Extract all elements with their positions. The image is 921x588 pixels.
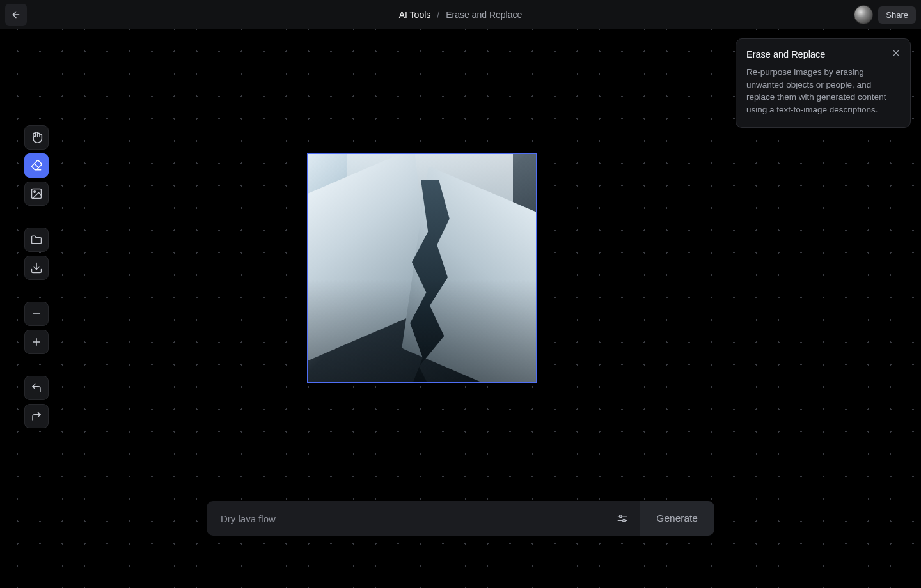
redo-tool[interactable]: [24, 404, 49, 428]
info-panel: Erase and Replace Re-purpose images by e…: [736, 38, 911, 128]
erase-tool[interactable]: [24, 153, 49, 178]
image-tool[interactable]: [24, 182, 49, 206]
image-icon: [30, 187, 43, 200]
zoom-in-tool[interactable]: [24, 330, 49, 354]
breadcrumb-separator: /: [437, 10, 439, 20]
svg-line-1: [35, 164, 39, 168]
plus-icon: [31, 336, 42, 348]
share-button[interactable]: Share: [878, 6, 916, 24]
folder-icon: [30, 233, 43, 246]
undo-tool[interactable]: [24, 376, 49, 400]
minus-icon: [31, 308, 42, 320]
eraser-icon: [30, 159, 43, 172]
generate-button[interactable]: Generate: [640, 501, 714, 536]
breadcrumb-leaf: Erase and Replace: [446, 10, 522, 20]
svg-point-13: [623, 520, 626, 522]
close-info-button[interactable]: [890, 47, 902, 59]
avatar[interactable]: [854, 5, 873, 24]
breadcrumb-root[interactable]: AI Tools: [399, 10, 431, 20]
image-shade: [308, 154, 536, 382]
info-panel-title: Erase and Replace: [746, 49, 900, 59]
pan-tool[interactable]: [24, 125, 49, 150]
svg-point-11: [620, 515, 622, 518]
zoom-out-tool[interactable]: [24, 302, 49, 326]
download-tool[interactable]: [24, 256, 49, 280]
canvas-image[interactable]: [307, 153, 537, 383]
undo-icon: [31, 382, 42, 394]
arrow-left-icon: [11, 10, 21, 20]
info-panel-description: Re-purpose images by erasing unwanted ob…: [746, 66, 900, 116]
download-icon: [30, 261, 43, 274]
left-toolbar: [24, 125, 49, 428]
redo-icon: [31, 410, 42, 422]
prompt-settings-button[interactable]: [609, 505, 636, 532]
close-icon: [892, 49, 901, 58]
app-header: AI Tools / Erase and Replace Share: [0, 0, 921, 29]
prompt-bar: Generate: [207, 501, 714, 536]
svg-point-3: [34, 191, 36, 193]
sliders-icon: [616, 512, 629, 525]
breadcrumb: AI Tools / Erase and Replace: [399, 10, 523, 20]
prompt-input[interactable]: [207, 513, 609, 524]
folder-tool[interactable]: [24, 228, 49, 252]
hand-icon: [30, 131, 43, 144]
back-button[interactable]: [5, 4, 27, 26]
